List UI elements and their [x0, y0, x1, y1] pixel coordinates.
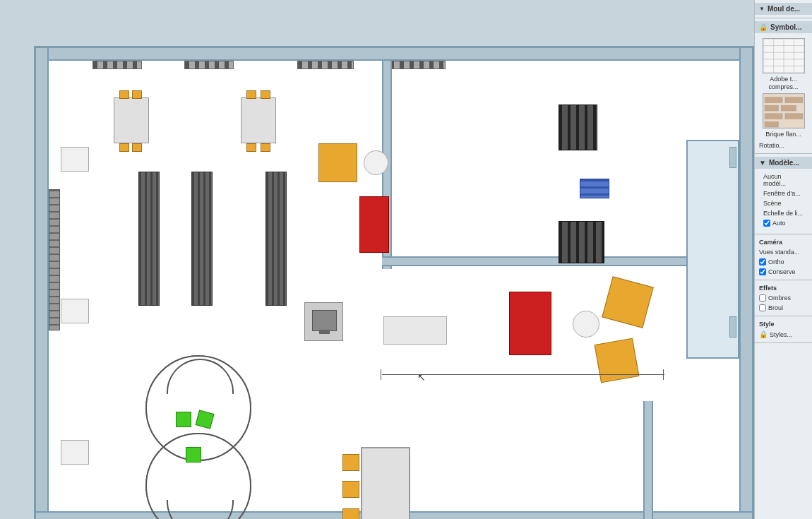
vent-1 [92, 61, 142, 69]
chair-1b [132, 90, 142, 99]
desk-computer [304, 302, 343, 341]
svg-rect-10 [784, 97, 802, 102]
svg-rect-13 [765, 113, 782, 119]
unit-left-2 [61, 299, 89, 323]
line-left-end [381, 369, 381, 380]
inner-wall-h [382, 256, 728, 266]
chair-2b [261, 90, 270, 99]
chair-1c [119, 143, 129, 152]
camera-section: Caméra Vues standa... Ortho Conserve [755, 234, 812, 280]
camera-header: Caméra [755, 237, 812, 247]
auto-checkbox[interactable] [763, 220, 770, 227]
wall-right [739, 48, 752, 519]
svg-rect-14 [784, 113, 802, 119]
mould-header[interactable]: ▼ Moul de... [755, 3, 812, 15]
scene-item: Scène [759, 198, 808, 208]
no-model-item: Aucun modèl... [759, 172, 808, 189]
effets-section: Effets Ombres Broui [755, 280, 812, 316]
shelf-mid-3 [265, 172, 287, 306]
modele-label: Modèle... [769, 159, 799, 167]
unit-left-1 [61, 147, 89, 172]
svg-rect-11 [765, 105, 778, 111]
style-section: Style 🔒 Styles... [755, 316, 812, 343]
armchair-3 [595, 338, 640, 383]
conserve-checkbox[interactable] [759, 268, 766, 275]
dark-rack-1 [559, 105, 597, 150]
round-table-1 [364, 150, 388, 175]
modele-arrow: ▼ [759, 159, 766, 167]
ombres-item[interactable]: Ombres [755, 293, 812, 303]
conserve-label: Conserve [768, 268, 796, 275]
styles-label: Styles... [770, 331, 792, 338]
styles-item[interactable]: 🔒 Styles... [755, 329, 812, 340]
effets-header: Effets [755, 283, 812, 293]
vent-3 [297, 61, 354, 69]
window-item: Fenêtre d'a... [759, 189, 808, 198]
symbol-box-adobe[interactable] [763, 38, 805, 73]
chair-1d [132, 143, 142, 152]
vues-std-item: Vues standa... [755, 247, 812, 257]
chair-1a [119, 90, 129, 99]
cursor: ↖ [417, 371, 424, 378]
armchair-2 [602, 276, 653, 328]
modele-header[interactable]: ▼ Modèle... [755, 157, 812, 169]
vent-4 [389, 61, 446, 69]
mould-section: ▼ Moul de... [755, 0, 812, 18]
svg-rect-12 [781, 105, 796, 111]
symbol-box-brick[interactable] [763, 93, 805, 129]
counter-chair-3 [342, 508, 359, 519]
side-room-detail-1 [729, 147, 736, 168]
table-2 [241, 97, 276, 143]
counter-chair-2 [342, 481, 359, 498]
symbol-section: 🔒 Symbol... [755, 18, 812, 154]
measurement-line [382, 374, 664, 375]
unit-left-3 [61, 440, 89, 465]
ombres-label: Ombres [768, 294, 791, 302]
floorplan-canvas: ↖ [34, 46, 754, 519]
line-right-end [663, 369, 664, 380]
broui-item[interactable]: Broui [755, 303, 812, 313]
symbol-label: Symbol... [770, 23, 801, 31]
counter-chair-1 [342, 454, 359, 471]
ortho-item[interactable]: Ortho [755, 257, 812, 267]
corridor-wall [643, 401, 653, 519]
shelf-mid-2 [191, 172, 213, 306]
modele-section: ▼ Modèle... Aucun modèl... Fenêtre d'a..… [755, 154, 812, 234]
scale-item: Echelle de li... [759, 208, 808, 218]
adobe-label: Adobe t... compres... [759, 76, 808, 91]
chair-2a [246, 90, 256, 99]
left-shelf-1 [49, 189, 60, 330]
chair-2d [261, 143, 270, 152]
vent-2 [184, 61, 234, 69]
broui-checkbox[interactable] [759, 304, 766, 311]
ortho-checkbox[interactable] [759, 258, 766, 266]
armchair-1 [318, 143, 357, 182]
counter-main [361, 447, 410, 519]
table-rect-lower [383, 316, 447, 345]
adobe-tile-preview [763, 39, 804, 73]
blue-item [580, 179, 609, 198]
ortho-label: Ortho [768, 258, 784, 266]
svg-rect-15 [765, 121, 778, 127]
brick-label: Brique flan... [759, 131, 808, 138]
shelf-mid-1 [138, 172, 160, 306]
conserve-item[interactable]: Conserve [755, 267, 812, 277]
mould-label: Moul de... [768, 5, 800, 13]
auto-item[interactable]: Auto [759, 218, 808, 228]
style-header: Style [755, 319, 812, 329]
ombres-checkbox[interactable] [759, 294, 766, 302]
dark-rack-2 [559, 221, 604, 263]
floorplan-area[interactable]: ↖ [0, 0, 754, 519]
rotation-label: Rotatio... [755, 141, 812, 150]
red-sofa-1 [359, 196, 389, 253]
chair-2c [246, 143, 256, 152]
green-chair-3 [186, 447, 201, 463]
modele-content: Aucun modèl... Fenêtre d'a... Scène Eche… [755, 169, 812, 231]
main-container: ↖ ▼ Moul de... 🔒 Symbol... [0, 0, 812, 519]
symbol-header[interactable]: 🔒 Symbol... [755, 21, 812, 33]
side-room-detail-2 [729, 316, 736, 338]
brick-tile-preview [763, 94, 804, 128]
broui-label: Broui [768, 304, 783, 311]
round-table-2 [573, 311, 599, 338]
seat-arc-bottom [167, 500, 234, 519]
